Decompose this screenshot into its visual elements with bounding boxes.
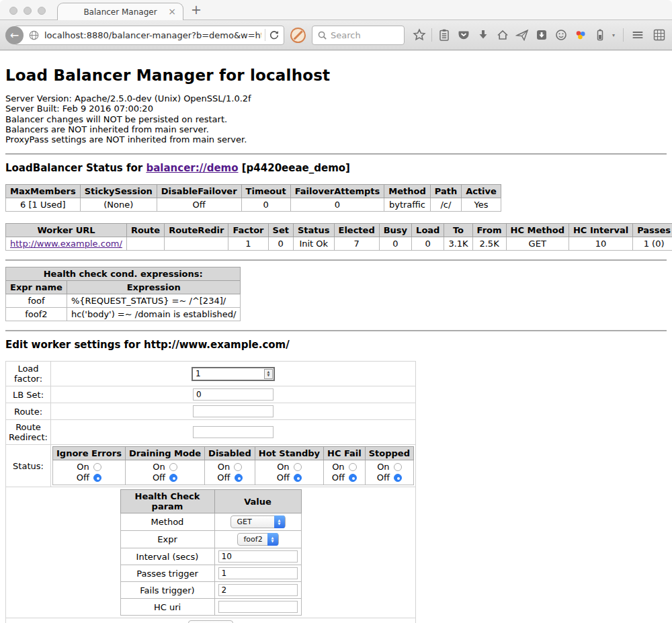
select-stepper-icon: ▲▼ [274, 515, 285, 528]
status-stopped-cell: On Off [365, 460, 413, 485]
section-divider [5, 330, 667, 331]
url-bar[interactable] [14, 26, 284, 45]
hc-interval-input[interactable] [218, 550, 298, 563]
browser-chrome: Balancer Manager × + ← [0, 0, 672, 50]
status-hc-fail-cell: On Off [324, 460, 366, 485]
radio-on[interactable] [234, 463, 242, 471]
balancer-row: 6 [1 Used] (None) Off 0 0 bytraffic /c/ … [6, 198, 501, 212]
health-check-param-table: Health Check param Value Method GET ▲▼ [120, 489, 302, 616]
server-built-line: Server Built: Feb 9 2016 07:00:20 [5, 103, 667, 114]
radio-off-selected[interactable] [349, 474, 357, 482]
radio-on[interactable] [93, 463, 101, 471]
colorful-dots-extension-icon[interactable] [573, 28, 588, 42]
worker-table: Worker URL Route RouteRedir Factor Set S… [5, 223, 672, 251]
hc-passes-input[interactable] [218, 567, 298, 579]
status-disabled-cell: On Off [205, 460, 255, 485]
tab-title: Balancer Manager [83, 7, 157, 17]
tab-strip: Balancer Manager × + [0, 0, 672, 20]
search-icon [317, 30, 327, 40]
hc-fails-input[interactable] [218, 584, 298, 596]
globe-icon [28, 30, 40, 41]
minimize-window-button[interactable] [24, 7, 32, 15]
balancer-link[interactable]: balancer://demo [146, 162, 238, 174]
overflow-caret-icon[interactable]: ▾ [612, 32, 615, 38]
tab-close-icon[interactable]: × [168, 6, 176, 17]
radio-on[interactable] [169, 463, 177, 471]
tab-groups-icon[interactable] [652, 28, 667, 42]
proxypass-notice-line: ProxyPass settings are NOT inherited fro… [5, 134, 667, 144]
hc-uri-input[interactable] [218, 601, 298, 613]
section-divider [5, 259, 667, 261]
toolbar-divider [623, 28, 624, 42]
expr-row: foof2 hc('body') =~ /domain is establish… [6, 308, 241, 321]
hc-interval-label: Interval (secs) [120, 548, 214, 565]
load-factor-input[interactable] [193, 369, 264, 378]
zoom-window-button[interactable] [38, 7, 46, 15]
search-bar[interactable] [312, 26, 405, 45]
page-title: Load Balancer Manager for localhost [5, 67, 667, 84]
radio-off-selected[interactable] [93, 474, 101, 482]
balancer-status-heading: LoadBalancer Status for balancer://demo … [5, 162, 667, 174]
persist-notice-line: Balancer changes will NOT be persisted o… [5, 114, 667, 124]
hamburger-menu-icon[interactable] [630, 28, 645, 42]
status-ignore-errors-cell: On Off [53, 460, 126, 485]
hc-method-label: Method [120, 513, 214, 531]
reload-icon[interactable] [269, 30, 284, 40]
radio-off-selected[interactable] [394, 474, 402, 482]
pocket-icon[interactable] [456, 28, 471, 42]
radio-on[interactable] [349, 463, 357, 471]
hc-fails-label: Fails trigger) [120, 582, 214, 599]
hc-expr-label: Expr [120, 531, 214, 548]
section-divider [5, 153, 667, 155]
expr-row: foof %{REQUEST_STATUS} =~ /^[234]/ [6, 294, 241, 308]
close-window-button[interactable] [9, 7, 17, 15]
load-factor-label: Load factor: [6, 362, 51, 386]
route-label: Route: [6, 403, 51, 420]
hc-method-select[interactable]: GET ▲▼ [230, 515, 286, 528]
server-info: Server Version: Apache/2.5.0-dev (Unix) … [5, 93, 667, 144]
bookmark-star-icon[interactable] [412, 28, 427, 42]
hello-smiley-icon[interactable] [554, 28, 569, 42]
balancers-notice-line: Balancers are NOT inherited from main se… [5, 124, 667, 134]
menu-group [623, 28, 667, 42]
back-button[interactable]: ← [5, 26, 24, 44]
radio-off-selected[interactable] [235, 474, 243, 482]
balancer-status-table: MaxMembers StickySession DisableFailover… [5, 184, 501, 212]
worker-url-link[interactable]: http://www.example.com/ [10, 239, 122, 249]
lb-set-input[interactable] [193, 388, 274, 401]
hc-uri-label: HC uri [120, 599, 214, 616]
downloads-icon[interactable] [476, 28, 491, 42]
radio-on[interactable] [294, 463, 302, 471]
radio-on[interactable] [394, 463, 402, 471]
select-stepper-icon: ▲▼ [267, 533, 278, 546]
status-label: Status: [6, 445, 51, 487]
hc-expr-select[interactable]: foof2 ▲▼ [237, 533, 279, 546]
status-hot-standby-cell: On Off [255, 460, 323, 485]
hc-passes-label: Passes trigger [120, 565, 214, 582]
health-check-expressions-table: Health check cond. expressions: Expr nam… [5, 267, 241, 321]
number-spinner-icon[interactable]: ▲▼ [264, 369, 273, 379]
radio-off-selected[interactable] [169, 474, 177, 482]
submit-button[interactable]: Submit [188, 620, 233, 623]
route-redirect-input[interactable] [193, 426, 274, 438]
search-input[interactable] [331, 30, 399, 40]
lb-set-label: LB Set: [6, 386, 51, 403]
battery-extension-icon[interactable] [593, 28, 607, 42]
load-factor-field[interactable]: ▲▼ [192, 367, 275, 381]
url-input[interactable] [44, 30, 261, 40]
content-blocker-icon[interactable] [290, 28, 306, 43]
download-square-extension-icon[interactable] [534, 28, 549, 42]
window-controls [9, 7, 46, 15]
page-content: Load Balancer Manager for localhost Serv… [0, 67, 672, 623]
new-tab-button[interactable]: + [191, 2, 202, 17]
bookmarks-menu-icon[interactable] [437, 28, 452, 42]
send-plane-icon[interactable] [515, 28, 530, 42]
home-icon[interactable] [495, 28, 510, 42]
browser-tab[interactable]: Balancer Manager × [57, 3, 183, 20]
status-table: Ignore Errors Draining Mode Disabled Hot… [52, 446, 414, 485]
toolbar-divider [431, 28, 432, 42]
expr-table-title: Health check cond. expressions: [6, 267, 241, 281]
route-redirect-label: Route Redirect: [6, 420, 51, 445]
route-input[interactable] [193, 405, 274, 417]
radio-off-selected[interactable] [294, 474, 302, 482]
